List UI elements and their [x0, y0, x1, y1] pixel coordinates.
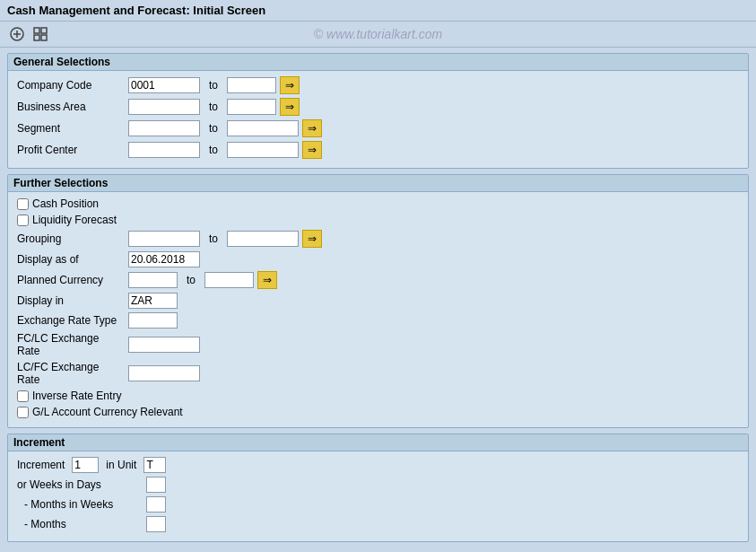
- weeks-in-days-input[interactable]: [146, 477, 166, 493]
- planned-currency-to-input[interactable]: [204, 272, 254, 288]
- increment-label: Increment: [17, 459, 65, 471]
- profit-center-to: to: [209, 144, 218, 156]
- fc-lc-row: FC/LC Exchange Rate: [17, 332, 739, 357]
- weeks-in-days-row: or Weeks in Days: [17, 477, 739, 493]
- business-area-input[interactable]: [128, 99, 200, 115]
- months-in-weeks-input[interactable]: [146, 496, 166, 513]
- toolbar-icon-1[interactable]: [7, 24, 27, 44]
- general-selections-header: General Selections: [8, 54, 748, 71]
- exchange-rate-type-label: Exchange Rate Type: [17, 314, 125, 327]
- increment-section: Increment Increment in Unit or Weeks in …: [7, 434, 749, 542]
- inverse-rate-row: Inverse Rate Entry: [17, 390, 739, 402]
- liquidity-forecast-checkbox[interactable]: [17, 215, 29, 226]
- display-in-label: Display in: [17, 294, 125, 307]
- planned-currency-label: Planned Currency: [17, 274, 125, 286]
- further-selections-header: Further Selections: [8, 175, 748, 192]
- display-as-of-row: Display as of: [17, 251, 739, 267]
- segment-arrow-btn[interactable]: ⇒: [302, 119, 322, 137]
- gl-account-checkbox[interactable]: [17, 407, 29, 418]
- increment-main-row: Increment in Unit: [17, 457, 739, 473]
- exchange-rate-type-input[interactable]: [128, 312, 178, 329]
- cash-position-checkbox[interactable]: [17, 198, 29, 210]
- profit-center-row: Profit Center to ⇒: [17, 141, 739, 159]
- further-selections-section: Further Selections Cash Position Liquidi…: [7, 174, 749, 428]
- in-unit-input[interactable]: [143, 457, 166, 473]
- profit-center-input[interactable]: [128, 142, 200, 158]
- general-selections-section: General Selections Company Code to ⇒ Bus…: [7, 53, 749, 169]
- inverse-rate-checkbox[interactable]: [17, 390, 29, 402]
- gl-account-label: G/L Account Currency Relevant: [32, 406, 183, 418]
- months-in-weeks-label: - Months in Weeks: [17, 498, 143, 511]
- grouping-to: to: [209, 232, 218, 245]
- svg-rect-3: [34, 28, 39, 33]
- business-area-label: Business Area: [17, 101, 125, 113]
- segment-to-input[interactable]: [227, 120, 299, 136]
- watermark: © www.tutorialkart.com: [314, 27, 442, 41]
- page-title: Cash Management and Forecast: Initial Sc…: [7, 4, 265, 17]
- profit-center-arrow-btn[interactable]: ⇒: [302, 141, 322, 159]
- fc-lc-input[interactable]: [128, 337, 200, 353]
- business-area-row: Business Area to ⇒: [17, 98, 739, 116]
- toolbar-icon-2[interactable]: [30, 24, 50, 44]
- company-code-input[interactable]: [128, 77, 200, 93]
- display-as-of-input[interactable]: [128, 251, 200, 267]
- display-in-input[interactable]: [128, 293, 178, 309]
- segment-label: Segment: [17, 122, 125, 135]
- planned-currency-arrow-btn[interactable]: ⇒: [257, 271, 277, 289]
- segment-input[interactable]: [128, 120, 200, 136]
- company-code-label: Company Code: [17, 79, 125, 92]
- months-label: - Months: [17, 518, 143, 530]
- exchange-rate-type-row: Exchange Rate Type: [17, 312, 739, 329]
- lc-fc-input[interactable]: [128, 365, 200, 381]
- business-area-arrow-btn[interactable]: ⇒: [280, 98, 300, 116]
- title-bar: Cash Management and Forecast: Initial Sc…: [0, 0, 756, 22]
- company-code-row: Company Code to ⇒: [17, 76, 739, 94]
- planned-currency-input[interactable]: [128, 272, 178, 288]
- grouping-label: Grouping: [17, 232, 125, 245]
- cash-position-label: Cash Position: [32, 197, 99, 210]
- months-input[interactable]: [146, 516, 166, 532]
- cash-position-row: Cash Position: [17, 197, 739, 210]
- svg-rect-6: [41, 35, 47, 40]
- toolbar: © www.tutorialkart.com: [0, 22, 756, 48]
- lc-fc-row: LC/FC Exchange Rate: [17, 361, 739, 386]
- display-as-of-label: Display as of: [17, 253, 125, 266]
- company-code-arrow-btn[interactable]: ⇒: [280, 76, 300, 94]
- months-row: - Months: [17, 516, 739, 532]
- gl-account-row: G/L Account Currency Relevant: [17, 406, 739, 418]
- grouping-input[interactable]: [128, 231, 200, 247]
- months-in-weeks-row: - Months in Weeks: [17, 496, 739, 513]
- increment-value-input[interactable]: [72, 457, 99, 473]
- company-code-to: to: [209, 79, 218, 92]
- display-in-row: Display in: [17, 293, 739, 309]
- lc-fc-label: LC/FC Exchange Rate: [17, 361, 125, 386]
- planned-currency-row: Planned Currency to ⇒: [17, 271, 739, 289]
- liquidity-forecast-row: Liquidity Forecast: [17, 214, 739, 226]
- grouping-arrow-btn[interactable]: ⇒: [302, 230, 322, 248]
- svg-rect-4: [41, 28, 47, 33]
- grouping-row: Grouping to ⇒: [17, 230, 739, 248]
- business-area-to-input[interactable]: [227, 99, 276, 115]
- fc-lc-label: FC/LC Exchange Rate: [17, 332, 125, 357]
- profit-center-to-input[interactable]: [227, 142, 299, 158]
- grouping-to-input[interactable]: [227, 231, 299, 247]
- svg-rect-5: [34, 35, 39, 40]
- weeks-in-days-label: or Weeks in Days: [17, 478, 143, 491]
- segment-row: Segment to ⇒: [17, 119, 739, 137]
- planned-currency-to: to: [187, 274, 196, 286]
- in-unit-label: in Unit: [106, 459, 136, 471]
- profit-center-label: Profit Center: [17, 144, 125, 156]
- segment-to: to: [209, 122, 218, 135]
- liquidity-forecast-label: Liquidity Forecast: [32, 214, 117, 226]
- company-code-to-input[interactable]: [227, 77, 276, 93]
- inverse-rate-label: Inverse Rate Entry: [32, 390, 121, 402]
- increment-header: Increment: [8, 434, 748, 451]
- business-area-to: to: [209, 101, 218, 113]
